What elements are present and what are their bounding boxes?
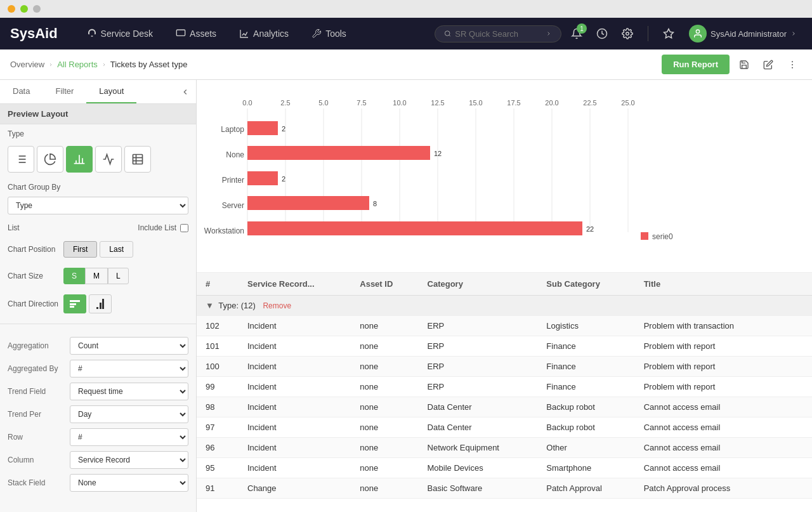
headset-icon	[87, 29, 97, 39]
svg-rect-0	[176, 30, 185, 36]
tabs-bar: Data Filter Layout	[0, 80, 196, 104]
trend-per-row: Trend Per Day	[8, 403, 188, 426]
save-button[interactable]	[735, 55, 754, 74]
table-row: 95 Incident none Mobile Devices Smartpho…	[197, 458, 812, 478]
remove-group-button[interactable]: Remove	[263, 301, 291, 310]
cell-extra	[778, 336, 812, 357]
column-select[interactable]: Service Record	[70, 451, 188, 469]
clock-button[interactable]	[592, 23, 612, 44]
window-dot-minimize[interactable]	[8, 5, 15, 13]
cell-extra	[778, 458, 812, 478]
chart-group-by-select[interactable]: Type	[8, 197, 188, 214]
chart-area: 0.0 2.5 5.0 7.5 10.0 12.5 15.0 17.5 20.0…	[197, 80, 812, 273]
tab-filter[interactable]: Filter	[43, 80, 86, 103]
direction-horizontal-button[interactable]	[63, 294, 86, 313]
size-l-button[interactable]: L	[108, 268, 129, 284]
group-label: Type:	[218, 301, 239, 310]
preview-layout-header: Preview Layout	[0, 104, 196, 124]
horizontal-icon	[70, 300, 80, 308]
list-icon	[15, 153, 27, 166]
size-s-button[interactable]: S	[63, 268, 85, 284]
include-list-checkbox[interactable]	[180, 224, 188, 232]
cell-title: Patch Approval process	[635, 478, 778, 499]
tab-layout[interactable]: Layout	[86, 80, 136, 103]
svg-rect-23	[70, 303, 76, 305]
type-table-button[interactable]	[124, 146, 151, 173]
search-arrow-icon	[546, 30, 552, 37]
bar-label-laptop: Laptop	[221, 125, 244, 134]
cell-asset: none	[351, 438, 418, 458]
nav-service-desk[interactable]: Service Desk	[77, 23, 163, 44]
breadcrumb: Overview All Reports Tickets by Asset ty…	[10, 60, 187, 69]
stack-field-select[interactable]: None	[70, 474, 188, 492]
col-asset-id: Asset ID	[351, 273, 418, 296]
cell-category: ERP	[419, 316, 538, 336]
bar-label-printer: Printer	[222, 176, 244, 185]
position-first-button[interactable]: First	[63, 241, 97, 258]
chevron-left-icon	[181, 88, 190, 96]
star-button[interactable]	[658, 23, 679, 44]
type-list-button[interactable]	[8, 146, 34, 173]
table-row: 102 Incident none ERP Logistics Problem …	[197, 316, 812, 336]
aggregation-select[interactable]: Count	[70, 337, 188, 355]
size-m-button[interactable]: M	[85, 268, 108, 284]
col-title: Title	[635, 273, 778, 296]
topbar-nav: Service Desk Assets Analytics Tools	[77, 23, 435, 44]
panel-collapse-button[interactable]	[174, 80, 196, 103]
aggregated-by-select[interactable]: #	[70, 360, 188, 377]
more-options-button[interactable]	[783, 55, 802, 74]
table-row: 97 Incident none Data Center Backup robo…	[197, 417, 812, 438]
topbar-right: 1 SysAid Administrator	[435, 22, 802, 45]
nav-tools[interactable]: Tools	[301, 23, 357, 44]
trend-per-select[interactable]: Day	[70, 405, 188, 423]
legend-label: serie0	[652, 232, 673, 241]
settings-button[interactable]	[617, 23, 638, 44]
pie-icon	[44, 153, 56, 166]
user-section[interactable]: SysAid Administrator	[684, 22, 802, 45]
include-list-text: Include List	[138, 223, 176, 232]
search-box[interactable]	[435, 25, 561, 43]
cell-subcategory: Smartphone	[537, 458, 634, 478]
cell-category: ERP	[419, 377, 538, 397]
cell-subcategory: Finance	[537, 336, 634, 357]
window-dot-maximize[interactable]	[20, 5, 28, 13]
cell-category: ERP	[419, 357, 538, 377]
logo-aid: Aid	[35, 25, 57, 41]
type-bar-button[interactable]	[66, 146, 93, 173]
svg-rect-18	[133, 155, 143, 164]
run-report-button[interactable]: Run Report	[662, 55, 730, 74]
position-last-button[interactable]: Last	[100, 241, 133, 258]
svg-point-7	[792, 67, 793, 68]
search-input[interactable]	[455, 29, 542, 39]
cell-title: Cannot access email	[635, 458, 778, 478]
trend-field-select[interactable]: Request time	[70, 383, 188, 400]
svg-point-6	[792, 64, 793, 65]
window-dot-close[interactable]	[33, 5, 41, 13]
line-icon	[102, 153, 115, 166]
user-icon	[693, 29, 703, 39]
nav-analytics[interactable]: Analytics	[229, 23, 299, 44]
column-row: Column Service Record	[8, 449, 188, 471]
chart-direction-label: Chart Direction	[8, 299, 58, 308]
nav-assets[interactable]: Assets	[166, 23, 226, 44]
type-line-button[interactable]	[95, 146, 122, 173]
row-row: Row #	[8, 426, 188, 449]
cell-subcategory: Backup robot	[537, 417, 634, 438]
cell-title: Problem with transaction	[635, 316, 778, 336]
cell-category: Network Equipment	[419, 438, 538, 458]
cell-service: Incident	[239, 316, 351, 336]
direction-vertical-button[interactable]	[89, 294, 112, 313]
col-extra	[778, 273, 812, 296]
tab-data[interactable]: Data	[0, 80, 43, 103]
chart-direction-row: Chart Direction	[0, 289, 196, 318]
edit-button[interactable]	[759, 55, 778, 74]
notifications-button[interactable]: 1	[566, 23, 587, 44]
breadcrumb-overview[interactable]: Overview	[10, 60, 44, 69]
svg-marker-4	[664, 29, 674, 38]
cell-service: Change	[239, 478, 351, 499]
type-pie-button[interactable]	[37, 146, 63, 173]
include-list-label[interactable]: Include List	[138, 223, 188, 232]
breadcrumb-all-reports[interactable]: All Reports	[57, 60, 98, 69]
row-select[interactable]: #	[70, 428, 188, 446]
gear-icon	[622, 28, 633, 39]
